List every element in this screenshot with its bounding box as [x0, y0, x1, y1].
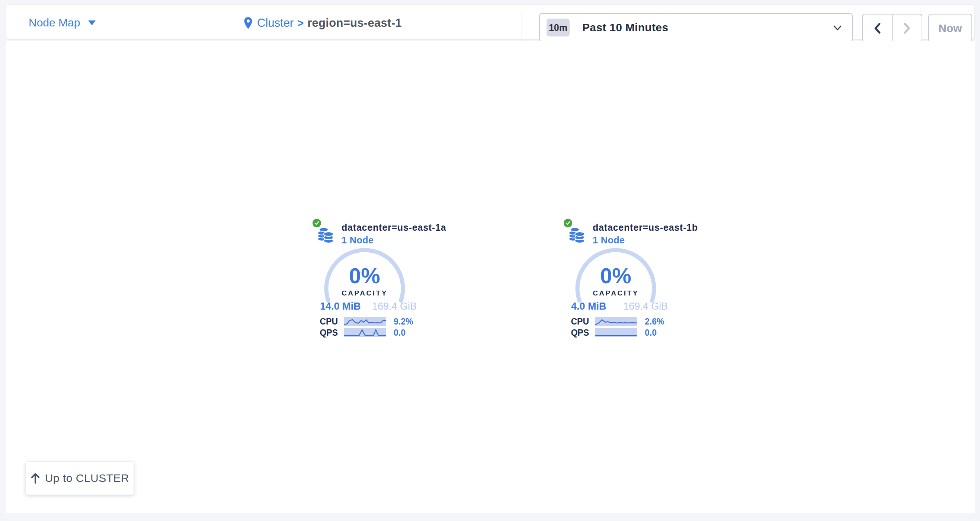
healthy-status-icon: [564, 219, 572, 227]
location-pin-icon: [244, 17, 253, 29]
qps-metric-row: QPS 0.0: [301, 328, 428, 337]
cpu-metric-row: CPU 2.6%: [552, 317, 679, 326]
locality-card-us-east-1a[interactable]: datacenter=us-east-1a 1 Node 0% CAPACITY…: [301, 216, 428, 354]
capacity-total-value: 169.4 GiB: [623, 301, 668, 312]
cpu-metric-row: CPU 9.2%: [301, 317, 428, 326]
view-selector-label: Node Map: [29, 16, 80, 30]
qps-label: QPS: [301, 328, 338, 337]
capacity-used-value: 14.0 MiB: [320, 301, 361, 312]
time-nav-group: [862, 14, 922, 43]
locality-card-us-east-1b[interactable]: datacenter=us-east-1b 1 Node 0% CAPACITY…: [552, 216, 679, 354]
cpu-value: 2.6%: [645, 317, 664, 326]
capacity-total-value: 169.4 GiB: [372, 301, 417, 312]
time-prev-button[interactable]: [863, 14, 892, 42]
capacity-used-value: 4.0 MiB: [571, 301, 606, 312]
time-next-button[interactable]: [892, 14, 921, 42]
qps-sparkline: [344, 328, 386, 337]
capacity-label: CAPACITY: [301, 289, 428, 297]
cpu-sparkline: [595, 317, 637, 326]
cpu-label: CPU: [301, 317, 338, 326]
breadcrumb: Cluster > region=us-east-1: [244, 15, 402, 31]
qps-label: QPS: [552, 328, 589, 337]
qps-value: 0.0: [645, 328, 657, 337]
view-selector-dropdown[interactable]: Node Map: [29, 16, 95, 30]
breadcrumb-cluster-link[interactable]: Cluster: [257, 16, 294, 30]
cpu-sparkline: [344, 317, 386, 326]
up-to-cluster-label: Up to CLUSTER: [45, 472, 129, 484]
qps-metric-row: QPS 0.0: [552, 328, 679, 337]
node-map-page: Node Map Cluster > region=us-east-1 10m …: [0, 0, 980, 521]
cpu-value: 9.2%: [394, 317, 413, 326]
chevron-left-icon: [872, 22, 882, 35]
qps-sparkline: [595, 328, 637, 337]
capacity-percent: 0%: [301, 265, 428, 287]
chevron-down-icon: [834, 25, 842, 31]
now-button[interactable]: Now: [928, 14, 972, 43]
capacity-percent: 0%: [552, 265, 679, 287]
caret-down-icon: [88, 21, 95, 25]
breadcrumb-separator: >: [297, 17, 304, 29]
arrow-up-icon: [30, 473, 41, 484]
node-map-canvas: datacenter=us-east-1a 1 Node 0% CAPACITY…: [6, 41, 975, 513]
topbar-divider: [522, 12, 522, 42]
healthy-status-icon: [313, 219, 321, 227]
time-range-dropdown[interactable]: 10m Past 10 Minutes: [539, 13, 853, 42]
up-to-cluster-button[interactable]: Up to CLUSTER: [25, 462, 134, 495]
breadcrumb-current: region=us-east-1: [307, 16, 402, 30]
chevron-right-icon: [902, 22, 912, 35]
capacity-label: CAPACITY: [552, 289, 679, 297]
cpu-label: CPU: [552, 317, 589, 326]
time-range-label: Past 10 Minutes: [582, 21, 668, 34]
qps-value: 0.0: [394, 328, 406, 337]
topbar: Node Map Cluster > region=us-east-1 10m …: [6, 5, 975, 40]
time-range-badge: 10m: [547, 19, 570, 37]
